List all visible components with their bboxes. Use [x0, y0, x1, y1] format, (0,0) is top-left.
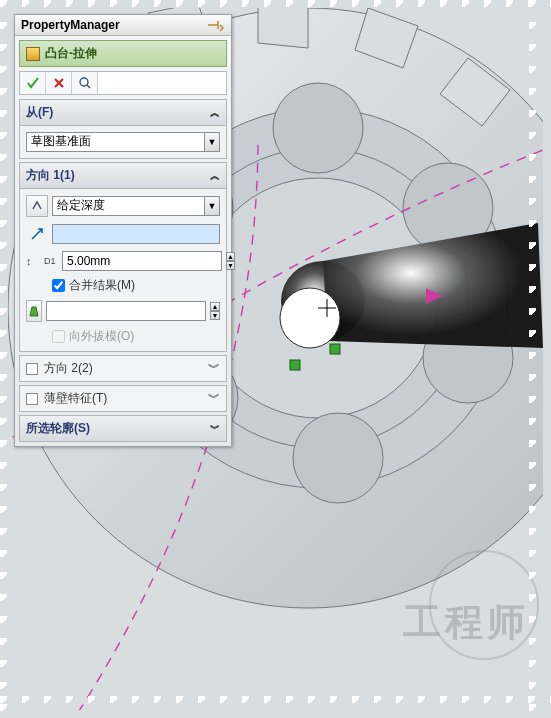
svg-rect-12: [290, 360, 300, 370]
end-condition-value: 给定深度: [52, 196, 204, 216]
group-from-header[interactable]: 从(F) ︽: [19, 99, 227, 126]
group-from-body: 草图基准面 ▼: [19, 126, 227, 159]
feature-title-bar: 凸台-拉伸: [19, 40, 227, 67]
property-manager-panel: PropertyManager 凸台-拉伸 从(F) ︽ 草图基准面 ▼ 方向 …: [14, 14, 232, 447]
direction-reference-input[interactable]: [52, 224, 220, 244]
merge-result-checkbox[interactable]: 合并结果(M): [52, 277, 220, 294]
draft-outward-label: 向外拔模(O): [69, 328, 134, 345]
svg-point-5: [273, 83, 363, 173]
group-dir1-label: 方向 1(1): [26, 167, 75, 184]
expand-icon: ︾: [210, 422, 220, 436]
group-thin-header[interactable]: 薄壁特征(T) ︾: [19, 385, 227, 412]
expand-icon: ︾: [208, 360, 220, 377]
from-condition-value: 草图基准面: [26, 132, 204, 152]
merge-result-label: 合并结果(M): [69, 277, 135, 294]
group-contours-header[interactable]: 所选轮廓(S) ︾: [19, 415, 227, 442]
draft-button[interactable]: [26, 300, 42, 322]
pm-title: PropertyManager: [21, 18, 120, 32]
group-dir2-label: 方向 2(2): [44, 360, 93, 377]
end-condition-combo[interactable]: 给定深度 ▼: [52, 196, 220, 216]
group-dir1-body: 给定深度 ▼ ↕ D1 ▲▼ 合并结果(M) ▲▼: [19, 189, 227, 352]
draft-angle-input: [46, 301, 206, 321]
collapse-icon: ︽: [210, 106, 220, 120]
group-dir1-header[interactable]: 方向 1(1) ︽: [19, 162, 227, 189]
watermark-text: 工程师: [403, 597, 529, 648]
group-contours-label: 所选轮廓(S): [26, 420, 90, 437]
depth-spinner[interactable]: ▲▼: [226, 252, 235, 270]
from-condition-combo[interactable]: 草图基准面 ▼: [26, 132, 220, 152]
group-thin-label: 薄壁特征(T): [44, 390, 107, 407]
svg-point-8: [293, 413, 383, 503]
svg-point-11: [280, 288, 340, 348]
group-from-label: 从(F): [26, 104, 53, 121]
expand-icon: ︾: [208, 390, 220, 407]
checkbox-icon[interactable]: [26, 363, 38, 375]
checkbox-icon[interactable]: [26, 393, 38, 405]
draft-spinner: ▲▼: [210, 302, 220, 320]
cancel-button[interactable]: [46, 72, 72, 94]
feature-title: 凸台-拉伸: [45, 45, 97, 62]
pin-icon[interactable]: [205, 18, 225, 32]
pm-header: PropertyManager: [15, 15, 231, 36]
chevron-down-icon: ▼: [204, 196, 220, 216]
draft-outward-input: [52, 330, 65, 343]
chevron-down-icon: ▼: [204, 132, 220, 152]
ok-button[interactable]: [20, 72, 46, 94]
preview-button[interactable]: [72, 72, 98, 94]
group-dir2-header[interactable]: 方向 2(2) ︾: [19, 355, 227, 382]
depth-param-label: D1: [44, 256, 58, 266]
svg-point-14: [80, 78, 88, 86]
draft-outward-checkbox: 向外拔模(O): [52, 328, 220, 345]
merge-result-input[interactable]: [52, 279, 65, 292]
direction-vector-icon: [26, 223, 48, 245]
confirm-spacer: [98, 72, 226, 94]
collapse-icon: ︽: [210, 169, 220, 183]
extrude-icon: [26, 47, 40, 61]
confirm-toolbar: [19, 71, 227, 95]
svg-rect-13: [330, 344, 340, 354]
depth-input[interactable]: [62, 251, 222, 271]
reverse-direction-button[interactable]: [26, 195, 48, 217]
depth-param-icon: ↕: [26, 255, 40, 267]
